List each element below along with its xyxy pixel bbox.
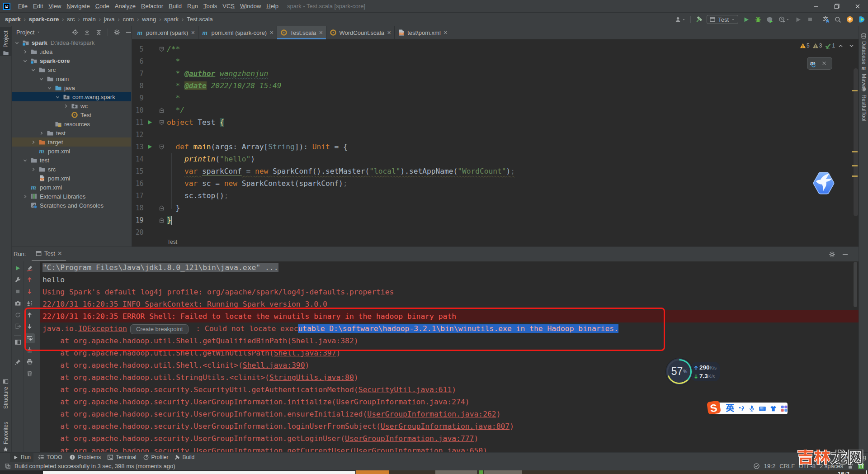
tool-stripe-problems[interactable]: Problems — [66, 453, 104, 462]
editor-tab[interactable]: test\pom.xml ✕ — [395, 26, 451, 39]
line-number[interactable]: 9 — [132, 94, 143, 102]
tool-stripe-todo[interactable]: TODO — [35, 453, 65, 462]
rerun-button[interactable] — [13, 263, 23, 273]
profiler-button[interactable] — [777, 14, 791, 24]
fold-gutter-icon[interactable] — [156, 218, 167, 223]
menu-item[interactable]: Tools — [201, 0, 220, 13]
down-stack-trace-button[interactable] — [25, 287, 35, 297]
run-tab-close-icon[interactable]: ✕ — [57, 250, 62, 257]
print-button[interactable] — [25, 356, 35, 366]
project-settings-button[interactable] — [113, 28, 120, 36]
hide-run-panel-icon[interactable] — [842, 251, 849, 258]
close-button[interactable] — [847, 0, 868, 13]
console-scrollbar[interactable] — [854, 262, 857, 307]
warning-stripe-mark[interactable] — [852, 90, 858, 91]
prev-problem-icon[interactable] — [838, 43, 844, 49]
user-account-button[interactable] — [674, 14, 687, 24]
line-number[interactable]: 5 — [132, 45, 143, 53]
move-caret-down-button[interactable] — [25, 322, 35, 332]
tab-close-icon[interactable]: ✕ — [387, 30, 391, 35]
run-gutter-icon[interactable] — [143, 120, 156, 125]
menu-item[interactable]: Window — [237, 0, 264, 13]
project-tree-row[interactable]: External Libraries — [12, 192, 132, 201]
line-number[interactable]: 6 — [132, 57, 143, 66]
sogou-skin-icon[interactable] — [769, 405, 777, 412]
editor-breadcrumb[interactable]: Test — [132, 239, 859, 246]
search-everywhere-button[interactable] — [833, 14, 843, 24]
tab-close-icon[interactable]: ✕ — [319, 30, 323, 35]
menu-item[interactable]: Analyze — [112, 0, 138, 13]
project-tree-row[interactable]: resources — [12, 119, 132, 128]
run-button[interactable] — [741, 14, 751, 24]
project-tree-row[interactable]: test — [12, 156, 132, 165]
stop-process-button[interactable] — [13, 287, 23, 297]
upgrade-icon[interactable] — [845, 14, 854, 24]
line-number[interactable]: 17 — [132, 192, 143, 200]
exit-button[interactable] — [13, 322, 23, 332]
editor-tab[interactable]: WordCount.scala ✕ — [326, 26, 395, 39]
run-gutter-icon[interactable] — [143, 144, 156, 149]
clear-all-button[interactable] — [25, 368, 35, 378]
line-number[interactable]: 20 — [132, 228, 143, 237]
sogou-punctuation-icon[interactable] — [738, 405, 745, 412]
editor-tab[interactable]: Test.scala ✕ — [277, 26, 326, 39]
locate-file-button[interactable] — [72, 28, 79, 36]
clear-console-button[interactable] — [25, 263, 35, 273]
translate-icon[interactable]: A — [821, 14, 831, 24]
tool-stripe-project[interactable]: Project — [0, 27, 12, 56]
tool-stripe-favorites[interactable]: Favorites — [0, 412, 12, 452]
line-separator[interactable]: CRLF — [779, 463, 795, 469]
tool-stripe-restfultool[interactable]: RestfulTool — [859, 86, 868, 121]
project-tree-row[interactable]: spark D:\idea-file\spark — [12, 38, 132, 47]
tab-close-icon[interactable]: ✕ — [191, 30, 195, 35]
maven-reload-popup[interactable]: m — [807, 57, 832, 70]
soft-wrap-button[interactable] — [25, 333, 35, 343]
breadcrumb-item[interactable]: wang — [142, 16, 156, 23]
breadcrumb-item[interactable]: java — [104, 16, 115, 23]
breadcrumb-item[interactable]: com — [123, 16, 135, 23]
maximize-button[interactable] — [826, 0, 847, 13]
maven-refresh-icon[interactable] — [811, 62, 816, 68]
project-tree-row[interactable]: pom.xml — [12, 174, 132, 183]
line-number[interactable]: 19 — [132, 216, 143, 224]
project-tree-row[interactable]: .idea — [12, 47, 132, 56]
project-tree-row[interactable]: test — [12, 128, 132, 137]
coverage-button[interactable] — [765, 14, 774, 24]
customize-run-button[interactable] — [13, 275, 23, 285]
tool-stripe-run[interactable]: Run — [10, 453, 33, 462]
line-number[interactable]: 13 — [132, 143, 143, 151]
up-stack-trace-button[interactable] — [25, 275, 35, 285]
next-problem-icon[interactable] — [849, 43, 854, 49]
sogou-microphone-icon[interactable] — [748, 405, 755, 412]
project-tree-row[interactable]: java — [12, 83, 132, 92]
line-number[interactable]: 14 — [132, 155, 143, 163]
cpu-gauge[interactable]: 57% — [666, 358, 693, 385]
line-number[interactable]: 15 — [132, 167, 143, 175]
sogou-keyboard-icon[interactable] — [759, 405, 766, 412]
layout-settings-button[interactable] — [13, 337, 23, 347]
project-tree-row[interactable]: pom.xml — [12, 183, 132, 192]
run-configuration-select[interactable]: Test — [707, 15, 738, 24]
line-number[interactable]: 11 — [132, 118, 143, 127]
build-project-button[interactable] — [694, 14, 703, 24]
tool-stripe-terminal[interactable]: Terminal — [104, 453, 139, 462]
editor-tab[interactable]: pom.xml (spark) ✕ — [133, 26, 198, 39]
tool-stripe-profiler[interactable]: Profiler — [140, 453, 171, 462]
collapse-all-button[interactable] — [95, 28, 102, 36]
maven-popup-close-icon[interactable] — [821, 61, 827, 66]
project-tree-row[interactable]: spark-core — [12, 56, 132, 65]
next-occurrence-button[interactable] — [25, 298, 35, 308]
project-tree-row[interactable]: src — [12, 165, 132, 174]
breadcrumb-item[interactable]: Test.scala — [186, 16, 213, 23]
tab-close-icon[interactable]: ✕ — [269, 30, 274, 35]
breadcrumb-item[interactable]: spark — [5, 16, 21, 23]
caret-position[interactable]: 19:2 — [764, 463, 775, 469]
restart-button[interactable] — [13, 310, 23, 320]
fold-gutter-icon[interactable] — [156, 144, 167, 150]
minimize-button[interactable] — [806, 0, 826, 13]
menu-item[interactable]: VCS — [220, 0, 237, 13]
dump-threads-button[interactable] — [13, 298, 23, 308]
scroll-to-end-button[interactable] — [25, 345, 35, 355]
warning-stripe-mark[interactable] — [852, 165, 858, 166]
menu-item[interactable]: Help — [264, 0, 281, 13]
